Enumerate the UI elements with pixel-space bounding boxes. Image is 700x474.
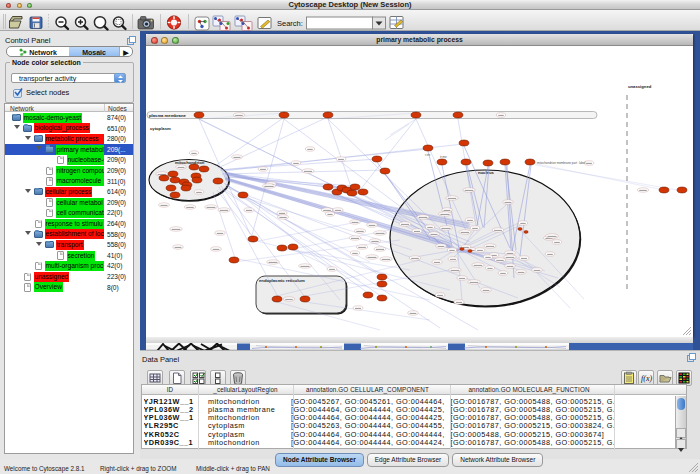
svg-text:mitochondrion: mitochondrion [175, 160, 205, 165]
svg-text:unassigned: unassigned [628, 84, 652, 89]
svg-text:Search:: Search: [277, 19, 303, 28]
svg-text:label: label [579, 161, 586, 165]
svg-text:r.trn: r.trn [425, 153, 430, 157]
svg-text:cytoplasm: cytoplasm [150, 126, 171, 131]
svg-text:plasma membrane: plasma membrane [149, 113, 186, 118]
svg-text:f(x): f(x) [641, 374, 652, 383]
svg-text:endoplasmic reticulum: endoplasmic reticulum [259, 278, 305, 283]
svg-text:mitochondrion membrane part: mitochondrion membrane part [537, 161, 577, 165]
svg-text:tr.me: tr.me [440, 155, 447, 159]
